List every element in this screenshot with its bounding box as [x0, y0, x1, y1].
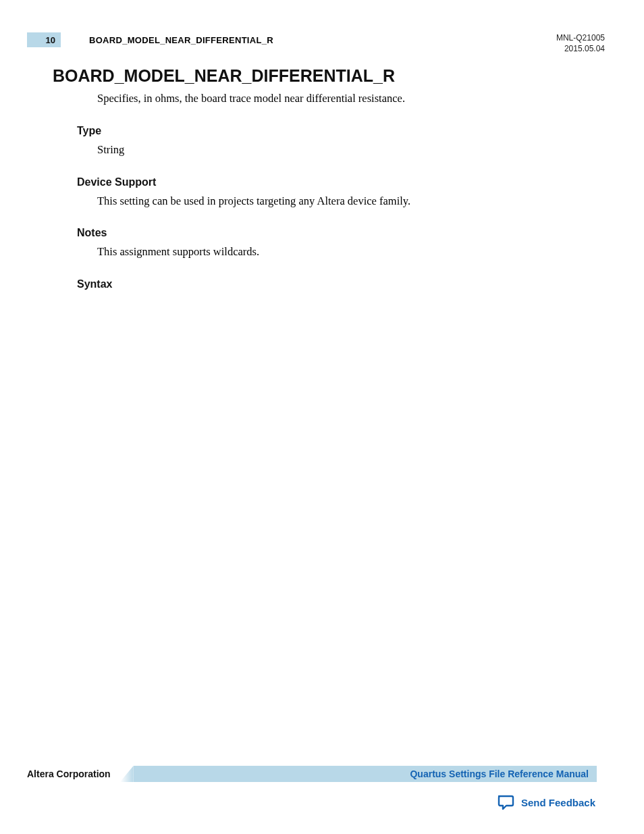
doc-date: 2015.05.04 [556, 43, 605, 54]
page-header: 10 BOARD_MODEL_NEAR_DIFFERENTIAL_R MNL-Q… [27, 32, 605, 54]
send-feedback-link[interactable]: Send Feedback [521, 797, 595, 808]
device-support-value: This setting can be used in projects tar… [97, 192, 605, 210]
footer-divider [120, 766, 134, 782]
footer-manual-link-container: Quartus Settings File Reference Manual [134, 766, 597, 782]
feedback-row: Send Feedback [27, 794, 597, 810]
content-title: BOARD_MODEL_NEAR_DIFFERENTIAL_R [53, 66, 605, 86]
manual-link[interactable]: Quartus Settings File Reference Manual [410, 768, 589, 779]
doc-id: MNL-Q21005 [556, 32, 605, 43]
header-left: 10 BOARD_MODEL_NEAR_DIFFERENTIAL_R [27, 32, 273, 47]
header-right: MNL-Q21005 2015.05.04 [556, 32, 605, 54]
header-section-title: BOARD_MODEL_NEAR_DIFFERENTIAL_R [89, 35, 273, 45]
type-label: Type [77, 125, 605, 137]
notes-value: This assignment supports wildcards. [97, 243, 605, 261]
footer-bar: Altera Corporation Quartus Settings File… [27, 766, 597, 782]
footer-company: Altera Corporation [27, 766, 120, 782]
content-description: Specifies, in ohms, the board trace mode… [97, 90, 605, 107]
notes-label: Notes [77, 227, 605, 239]
page-footer: Altera Corporation Quartus Settings File… [27, 766, 597, 810]
feedback-icon [497, 794, 514, 810]
syntax-label: Syntax [77, 278, 605, 290]
device-support-label: Device Support [77, 176, 605, 188]
type-value: String [97, 141, 605, 159]
page-number: 10 [27, 32, 61, 47]
